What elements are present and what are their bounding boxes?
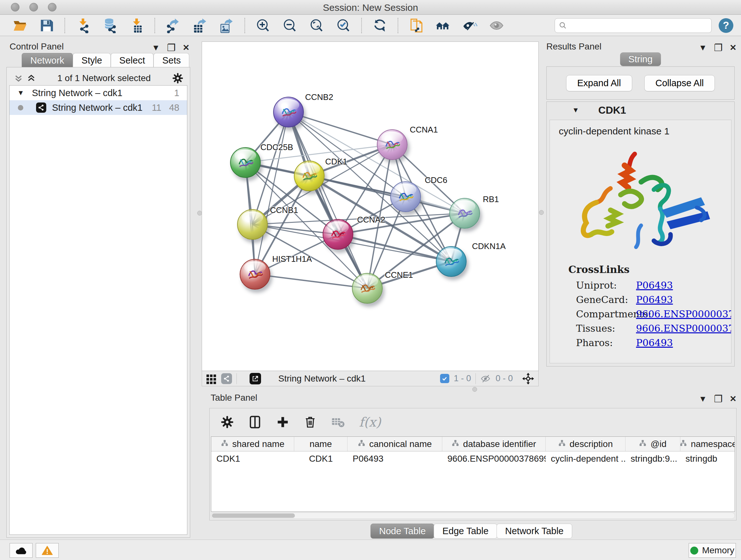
pan-crosshair-icon[interactable]: [522, 372, 535, 385]
panel-close-icon[interactable]: ✕: [730, 394, 737, 404]
table-options-gear-icon[interactable]: [220, 415, 234, 429]
column-header-namespace[interactable]: namespace: [680, 437, 735, 451]
import-network-database-icon[interactable]: [100, 17, 120, 35]
houses-icon[interactable]: [433, 17, 453, 35]
protein-node-cdc25b[interactable]: [230, 147, 261, 178]
tab-edge-table[interactable]: Edge Table: [434, 523, 497, 539]
table-cell[interactable]: stringdb: [680, 451, 735, 466]
hide-graphics-icon[interactable]: [460, 17, 480, 35]
table-cell[interactable]: cyclin-dependent ...: [546, 451, 625, 466]
protein-node-rb1[interactable]: [449, 198, 480, 229]
panel-menu-icon[interactable]: ▼: [699, 394, 707, 404]
panel-close-icon[interactable]: ✕: [730, 43, 737, 53]
protein-node-cdc6[interactable]: [390, 181, 421, 212]
help-icon[interactable]: ?: [719, 18, 733, 33]
tab-style[interactable]: Style: [73, 53, 111, 68]
protein-node-cdk1[interactable]: [294, 161, 325, 191]
table-cell[interactable]: 9606.ENSP00000378699: [442, 451, 546, 466]
protein-node-ccne1[interactable]: [352, 273, 383, 304]
splitter-handle[interactable]: [539, 210, 544, 215]
protein-node-ccna2[interactable]: [323, 219, 353, 250]
panel-menu-icon[interactable]: ▼: [699, 43, 707, 53]
refresh-icon[interactable]: [370, 17, 390, 35]
export-network-icon[interactable]: [163, 17, 183, 35]
network-edge[interactable]: [255, 274, 367, 288]
crosslink-link[interactable]: P06493: [636, 280, 673, 291]
open-in-browser-icon[interactable]: [250, 373, 261, 384]
column-header-name[interactable]: name: [294, 437, 347, 451]
show-columns-icon[interactable]: [248, 415, 262, 429]
tab-node-table[interactable]: Node Table: [370, 523, 434, 539]
birds-eye-grid-icon[interactable]: [206, 373, 217, 384]
protein-node-cdkn1a[interactable]: [436, 246, 467, 277]
table-row[interactable]: CDK1CDK1P064939606.ENSP00000378699cyclin…: [211, 451, 735, 466]
open-session-icon[interactable]: [10, 17, 30, 35]
zoom-out-icon[interactable]: [280, 17, 300, 35]
network-edge[interactable]: [255, 112, 288, 274]
crosslink-link[interactable]: P06493: [636, 337, 673, 348]
network-canvas[interactable]: CCNB2CCNA1CDC25BCDK1CDC6RB1CCNB1CCNA2CDK…: [202, 42, 539, 371]
network-options-gear-icon[interactable]: [172, 72, 184, 84]
tab-string[interactable]: String: [620, 52, 661, 66]
zoom-in-icon[interactable]: [253, 17, 273, 35]
zoom-fit-icon[interactable]: [307, 17, 327, 35]
network-type-share-icon[interactable]: [221, 373, 232, 384]
table-cell[interactable]: CDK1: [294, 451, 347, 466]
network-collection-row[interactable]: ▼ String Network – cdk1 1: [10, 85, 187, 100]
selected-checkbox-icon[interactable]: [440, 374, 449, 383]
protein-node-ccna1[interactable]: [377, 129, 408, 160]
crosslink-link[interactable]: 9606.ENSP00000378699: [636, 323, 731, 334]
column-header-description[interactable]: description: [546, 437, 625, 451]
crosslink-link[interactable]: P06493: [636, 294, 673, 305]
panel-float-icon[interactable]: ❐: [167, 42, 176, 53]
crosslink-link[interactable]: 9606.ENSP00000378699: [636, 308, 731, 320]
table-cell[interactable]: stringdb:9...: [625, 451, 680, 466]
column-header-shared-name[interactable]: shared name: [211, 437, 294, 451]
tab-network-table[interactable]: Network Table: [496, 523, 572, 539]
splitter-handle[interactable]: [472, 387, 477, 392]
collapse-all-icon[interactable]: [14, 73, 23, 83]
node-table[interactable]: shared namenamecanonical namedatabase id…: [211, 436, 735, 512]
panel-menu-icon[interactable]: ▼: [152, 43, 160, 53]
search-field[interactable]: [570, 20, 708, 30]
export-table-icon[interactable]: [190, 17, 210, 35]
protein-node-hist1h1a[interactable]: [240, 259, 270, 290]
panel-close-icon[interactable]: ✕: [183, 43, 190, 53]
scrollbar-thumb[interactable]: [212, 513, 295, 518]
tab-select[interactable]: Select: [111, 53, 154, 68]
documents-icon[interactable]: [406, 17, 426, 35]
protein-node-ccnb1[interactable]: [237, 209, 268, 240]
collapse-all-button[interactable]: Collapse All: [644, 75, 715, 91]
horizontal-scrollbar[interactable]: [211, 512, 735, 519]
column-header-database-identifier[interactable]: database identifier: [442, 437, 546, 451]
protein-node-ccnb2[interactable]: [273, 97, 304, 127]
network-row[interactable]: String Network – cdk1 11 48: [10, 100, 187, 115]
collapse-section-icon[interactable]: ▼: [572, 106, 579, 114]
cloud-status-icon[interactable]: [10, 543, 32, 558]
show-graphics-icon[interactable]: [487, 17, 507, 35]
column-header-canonical-name[interactable]: canonical name: [347, 437, 442, 451]
column-header-id[interactable]: @id: [625, 437, 680, 451]
table-cell[interactable]: CDK1: [211, 451, 294, 466]
splitter-handle[interactable]: [197, 211, 202, 215]
delete-column-icon[interactable]: [304, 415, 317, 429]
function-builder-icon[interactable]: f(x): [359, 415, 381, 429]
zoom-selected-icon[interactable]: [333, 17, 353, 35]
warning-icon[interactable]: [36, 543, 59, 558]
expand-all-icon[interactable]: [26, 73, 36, 83]
panel-float-icon[interactable]: ❐: [714, 393, 723, 405]
create-column-icon[interactable]: [276, 415, 289, 429]
import-table-icon[interactable]: [127, 17, 146, 35]
panel-float-icon[interactable]: ❐: [714, 42, 723, 53]
gene-section-header[interactable]: ▼ CDK1: [547, 102, 734, 118]
memory-button[interactable]: Memory: [689, 543, 736, 558]
table-cell[interactable]: P06493: [347, 451, 442, 466]
network-edge[interactable]: [288, 112, 392, 145]
tab-network[interactable]: Network: [22, 53, 73, 68]
search-input[interactable]: [555, 18, 712, 33]
delete-table-icon[interactable]: [331, 415, 345, 429]
tab-sets[interactable]: Sets: [153, 53, 189, 68]
save-session-icon[interactable]: [37, 17, 57, 35]
tree-expand-icon[interactable]: ▼: [15, 89, 26, 97]
import-network-file-icon[interactable]: [73, 17, 93, 35]
